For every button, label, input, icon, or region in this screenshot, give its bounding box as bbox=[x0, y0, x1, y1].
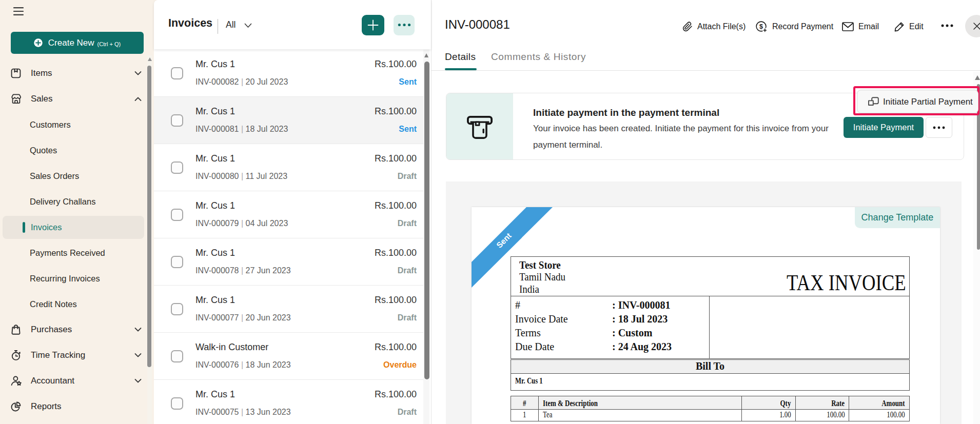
svg-text:$: $ bbox=[759, 23, 763, 30]
